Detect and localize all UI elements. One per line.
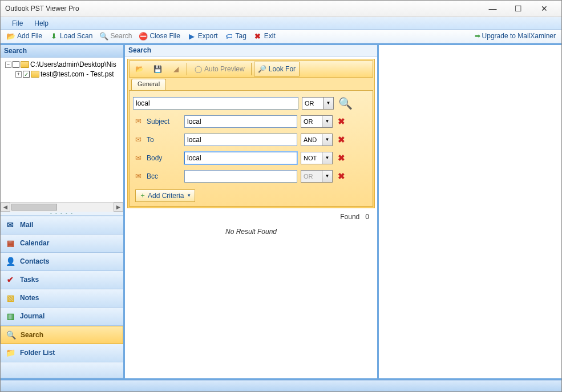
- collapse-icon[interactable]: −: [5, 62, 11, 68]
- criteria-row-bcc: ✉ Bcc OR ▼ ✖: [133, 169, 369, 183]
- upgrade-button[interactable]: ➡Upgrade to MailXaminer: [471, 31, 559, 41]
- to-operator-value: AND: [301, 134, 322, 146]
- search-panel: 📂 💾 ◢ ◯Auto Preview 🔎Look For General OR…: [127, 59, 375, 208]
- menu-file[interactable]: File: [6, 18, 29, 29]
- splitter-gripper[interactable]: • • • • •: [1, 212, 123, 216]
- chevron-down-icon[interactable]: ▼: [322, 115, 333, 128]
- chevron-down-icon: ▼: [187, 193, 191, 198]
- criteria-label: Body: [147, 154, 181, 162]
- tag-label: Tag: [236, 32, 246, 40]
- add-criteria-button[interactable]: ＋ Add Criteria ▼: [135, 189, 195, 202]
- menu-help[interactable]: Help: [29, 18, 54, 29]
- run-search-button[interactable]: 🔍: [337, 96, 353, 110]
- nav-folder-list[interactable]: 📁Folder List: [1, 344, 123, 362]
- status-bar: [1, 380, 561, 391]
- tree-root[interactable]: − C:\Users\admin\Desktop\Nis: [2, 60, 122, 70]
- remove-criteria-button[interactable]: ✖: [336, 135, 346, 145]
- mail-icon: ✉: [5, 220, 15, 230]
- remove-criteria-button[interactable]: ✖: [336, 153, 346, 163]
- exit-label: Exit: [264, 32, 276, 40]
- nav-search[interactable]: 🔍Search: [1, 326, 123, 344]
- nav-buttons: ✉Mail ▦Calendar 👤Contacts ✔Tasks ▧Notes …: [1, 216, 123, 378]
- save-icon: 💾: [153, 64, 162, 74]
- contacts-icon: 👤: [5, 256, 15, 266]
- window-title: Outlook PST Viewer Pro: [5, 5, 480, 13]
- to-input[interactable]: [184, 134, 297, 146]
- clear-search-button[interactable]: ◢: [167, 62, 184, 76]
- chevron-down-icon[interactable]: ▼: [322, 170, 333, 183]
- save-search-button[interactable]: 💾: [149, 62, 166, 76]
- toolbar: 📂Add File ⬇Load Scan 🔍Search ⛔Close File…: [1, 30, 561, 43]
- nav-notes-label: Notes: [20, 294, 39, 302]
- expand-icon[interactable]: +: [15, 71, 22, 78]
- body-input[interactable]: [184, 152, 297, 164]
- bcc-operator-combo[interactable]: OR ▼: [301, 170, 333, 183]
- folder-open-icon: 📂: [6, 31, 15, 41]
- chevron-down-icon[interactable]: ▼: [322, 152, 333, 164]
- envelope-icon: ✉: [133, 135, 143, 144]
- search-label: Search: [110, 32, 132, 40]
- export-button[interactable]: ▶Export: [184, 30, 221, 42]
- checkbox-checked[interactable]: [23, 71, 30, 78]
- scroll-right-arrow[interactable]: ►: [114, 203, 123, 212]
- chevron-down-icon[interactable]: ▼: [324, 97, 334, 110]
- scroll-left-arrow[interactable]: ◄: [1, 203, 10, 212]
- checkbox-unchecked[interactable]: [13, 61, 19, 68]
- tasks-icon: ✔: [5, 274, 15, 285]
- bcc-operator-value: OR: [301, 170, 322, 183]
- close-button[interactable]: ✕: [531, 1, 557, 17]
- no-result-text: No Result Found: [125, 222, 377, 241]
- nav-notes[interactable]: ▧Notes: [1, 289, 123, 308]
- add-criteria-label: Add Criteria: [148, 192, 184, 200]
- criteria-row-subject: ✉ Subject OR ▼ ✖: [133, 115, 369, 128]
- load-scan-button[interactable]: ⬇Load Scan: [46, 30, 96, 42]
- center-header: Search: [125, 45, 377, 56]
- close-file-button[interactable]: ⛔Close File: [135, 30, 183, 42]
- nav-journal[interactable]: ▥Journal: [1, 308, 123, 326]
- tree-root-label: C:\Users\admin\Desktop\Nis: [30, 60, 116, 68]
- tree-child[interactable]: + test@test.com - Test.pst: [2, 70, 122, 79]
- chevron-down-icon[interactable]: ▼: [322, 134, 333, 146]
- preview-pane: [379, 45, 561, 378]
- body-operator-combo[interactable]: NOT ▼: [301, 152, 333, 164]
- look-for-button[interactable]: 🔎Look For: [254, 62, 300, 76]
- nav-folder-list-label: Folder List: [20, 349, 55, 357]
- main-operator-combo[interactable]: OR ▼: [302, 97, 334, 110]
- tag-button[interactable]: 🏷Tag: [221, 30, 250, 42]
- scroll-thumb[interactable]: [11, 204, 57, 211]
- envelope-icon: ✉: [133, 117, 143, 126]
- to-operator-combo[interactable]: AND ▼: [301, 134, 333, 146]
- search-nav-icon: 🔍: [6, 330, 16, 340]
- nav-contacts[interactable]: 👤Contacts: [1, 253, 123, 271]
- open-search-button[interactable]: 📂: [131, 62, 148, 76]
- eraser-icon: ◢: [171, 64, 180, 74]
- add-file-button[interactable]: 📂Add File: [3, 30, 46, 42]
- search-button-toolbar[interactable]: 🔍Search: [96, 30, 135, 42]
- upgrade-label: Upgrade to MailXaminer: [482, 32, 556, 40]
- remove-criteria-button[interactable]: ✖: [336, 116, 346, 127]
- minimize-button[interactable]: —: [480, 1, 506, 17]
- download-icon: ⬇: [49, 31, 58, 41]
- magnifier-icon: 🔍: [338, 96, 353, 110]
- tag-icon: 🏷: [225, 31, 234, 41]
- horizontal-scrollbar[interactable]: ◄ ►: [1, 202, 123, 212]
- auto-preview-label: Auto Preview: [204, 65, 245, 73]
- nav-calendar[interactable]: ▦Calendar: [1, 235, 123, 253]
- maximize-button[interactable]: ☐: [506, 1, 531, 17]
- remove-criteria-button[interactable]: ✖: [336, 171, 346, 181]
- nav-tasks[interactable]: ✔Tasks: [1, 271, 123, 289]
- subject-input[interactable]: [184, 115, 297, 128]
- main-search-input[interactable]: [133, 97, 298, 110]
- calendar-icon: ▦: [5, 238, 15, 248]
- auto-preview-button[interactable]: ◯Auto Preview: [189, 62, 249, 76]
- subject-operator-combo[interactable]: OR ▼: [301, 115, 333, 128]
- bcc-input[interactable]: [184, 170, 297, 183]
- sidebar: Search − C:\Users\admin\Desktop\Nis + te…: [1, 45, 125, 378]
- exit-button[interactable]: ✖Exit: [250, 30, 279, 42]
- menubar: File Help: [1, 17, 561, 30]
- notes-icon: ▧: [5, 293, 15, 303]
- nav-mail[interactable]: ✉Mail: [1, 216, 123, 235]
- tab-general[interactable]: General: [131, 79, 166, 90]
- separator: [187, 63, 187, 75]
- upgrade-icon: ➡: [475, 32, 480, 40]
